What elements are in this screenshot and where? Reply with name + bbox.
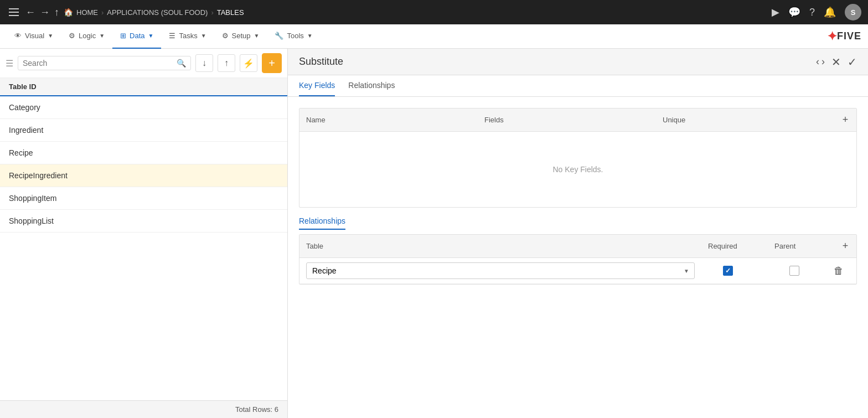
user-avatar[interactable]: S bbox=[845, 4, 861, 20]
content-area: Substitute ‹ › ✕ ✓ Key Fields Relationsh… bbox=[288, 49, 868, 418]
visual-icon: 👁 bbox=[14, 32, 22, 40]
content-header: Substitute ‹ › ✕ ✓ bbox=[288, 49, 868, 75]
key-fields-add-button[interactable]: + bbox=[834, 109, 856, 131]
table-row-shoppinglist[interactable]: ShoppingList bbox=[0, 210, 287, 233]
nav-logic[interactable]: ⚙ Logic ▼ bbox=[61, 24, 112, 49]
total-rows-label: Total Rows: 6 bbox=[235, 405, 278, 414]
nav-data[interactable]: ⊞ Data ▼ bbox=[112, 24, 161, 49]
relationships-table: Table Required Parent + Recipe Category … bbox=[299, 234, 857, 285]
rel-required-checkbox[interactable] bbox=[723, 266, 733, 276]
tasks-icon: ☰ bbox=[169, 32, 175, 40]
logic-icon: ⚙ bbox=[69, 32, 75, 40]
setup-caret: ▼ bbox=[254, 33, 260, 39]
notifications-button[interactable]: 🔔 bbox=[824, 6, 836, 18]
confirm-button[interactable]: ✓ bbox=[848, 55, 857, 69]
breadcrumb-home[interactable]: HOME bbox=[76, 8, 98, 17]
nav-setup[interactable]: ⚙ Setup ▼ bbox=[214, 24, 267, 49]
nav-tools[interactable]: 🔧 Tools ▼ bbox=[267, 24, 320, 49]
rel-parent-header: Parent bbox=[768, 236, 834, 256]
secondary-nav: 👁 Visual ▼ ⚙ Logic ▼ ⊞ Data ▼ ☰ Tasks ▼ … bbox=[0, 24, 868, 49]
tasks-caret: ▼ bbox=[201, 33, 206, 39]
nav-tools-label: Tools bbox=[287, 32, 303, 40]
nav-visual[interactable]: 👁 Visual ▼ bbox=[7, 24, 61, 49]
no-key-fields-message: No Key Fields. bbox=[552, 165, 603, 174]
relationship-row: Recipe Category Ingredient RecipeIngredi… bbox=[299, 258, 856, 284]
key-fields-unique-header: Unique bbox=[656, 110, 834, 130]
search-box: 🔍 bbox=[18, 56, 191, 70]
search-icon: 🔍 bbox=[177, 59, 186, 68]
nav-tasks[interactable]: ☰ Tasks ▼ bbox=[161, 24, 214, 49]
sidebar: ☰ 🔍 ↓ ↑ ⚡ + Table ID Category Ingredient… bbox=[0, 49, 288, 418]
up-button[interactable]: ↑ bbox=[54, 7, 59, 18]
content-header-actions: ‹ › ✕ ✓ bbox=[816, 55, 857, 69]
hamburger-menu[interactable] bbox=[7, 6, 21, 18]
data-caret: ▼ bbox=[148, 33, 154, 39]
nav-setup-label: Setup bbox=[232, 32, 251, 40]
add-table-button[interactable]: + bbox=[262, 53, 282, 73]
tab-relationships[interactable]: Relationships bbox=[348, 75, 395, 96]
relationships-header: Table Required Parent + bbox=[299, 235, 856, 258]
nav-arrows: ‹ › bbox=[816, 56, 825, 68]
nav-tasks-label: Tasks bbox=[179, 32, 197, 40]
rel-table-select-wrap: Recipe Category Ingredient RecipeIngredi… bbox=[306, 262, 695, 279]
table-row-ingredient[interactable]: Ingredient bbox=[0, 119, 287, 142]
table-row-shoppingitem[interactable]: ShoppingItem bbox=[0, 187, 287, 210]
key-fields-header: Name Fields Unique + bbox=[299, 109, 856, 132]
prev-arrow[interactable]: ‹ bbox=[816, 56, 819, 68]
breadcrumb: 🏠 HOME › APPLICATIONS (SOUL FOOD) › TABL… bbox=[64, 8, 244, 17]
rel-required-header: Required bbox=[701, 236, 768, 256]
table-row-category[interactable]: Category bbox=[0, 96, 287, 119]
visual-caret: ▼ bbox=[48, 33, 53, 39]
close-button[interactable]: ✕ bbox=[831, 55, 841, 69]
data-icon: ⊞ bbox=[120, 32, 126, 40]
chat-button[interactable]: 💬 bbox=[788, 6, 800, 18]
nav-data-label: Data bbox=[130, 32, 144, 40]
filter-icon[interactable]: ☰ bbox=[6, 58, 13, 69]
download-button[interactable]: ↓ bbox=[195, 54, 213, 72]
table-list: Category Ingredient Recipe RecipeIngredi… bbox=[0, 96, 287, 400]
topbar-actions: ▶ 💬 ? 🔔 S bbox=[772, 4, 861, 20]
main-layout: ☰ 🔍 ↓ ↑ ⚡ + Table ID Category Ingredient… bbox=[0, 49, 868, 418]
brand-logo: ✦ FIVE bbox=[827, 29, 861, 44]
key-fields-table: Name Fields Unique + No Key Fields. bbox=[299, 108, 857, 208]
table-row-recipeingredient[interactable]: RecipeIngredient bbox=[0, 164, 287, 187]
nav-logic-label: Logic bbox=[79, 32, 96, 40]
relationships-tab-label: Relationships bbox=[299, 216, 345, 230]
table-id-label: Table ID bbox=[9, 82, 37, 91]
table-row-recipe[interactable]: Recipe bbox=[0, 142, 287, 164]
breadcrumb-app[interactable]: APPLICATIONS (SOUL FOOD) bbox=[107, 8, 208, 17]
topbar: ← → ↑ 🏠 HOME › APPLICATIONS (SOUL FOOD) … bbox=[0, 0, 868, 24]
key-fields-section: Name Fields Unique + No Key Fields. bbox=[288, 104, 868, 208]
upload-button[interactable]: ↑ bbox=[218, 54, 235, 72]
content-tabs: Key Fields Relationships bbox=[288, 75, 868, 97]
breadcrumb-tables[interactable]: TABLES bbox=[217, 8, 244, 17]
rel-table-select[interactable]: Recipe Category Ingredient RecipeIngredi… bbox=[306, 262, 695, 279]
rel-table-header: Table bbox=[299, 236, 701, 256]
play-button[interactable]: ▶ bbox=[772, 6, 779, 18]
search-input[interactable] bbox=[23, 59, 173, 68]
rel-parent-checkbox[interactable] bbox=[789, 266, 799, 276]
flash-button[interactable]: ⚡ bbox=[240, 54, 257, 72]
key-fields-empty: No Key Fields. bbox=[299, 132, 856, 207]
next-arrow[interactable]: › bbox=[822, 56, 825, 68]
forward-button[interactable]: → bbox=[40, 7, 50, 18]
key-fields-fields-header: Fields bbox=[478, 110, 656, 130]
sidebar-footer: Total Rows: 6 bbox=[0, 400, 287, 418]
logic-caret: ▼ bbox=[99, 33, 105, 39]
setup-icon: ⚙ bbox=[222, 32, 229, 40]
rel-delete-button[interactable]: 🗑 bbox=[828, 265, 850, 277]
tools-icon: 🔧 bbox=[275, 32, 283, 40]
relationships-section: Relationships Table Required Parent + Re… bbox=[288, 216, 868, 285]
content-title: Substitute bbox=[299, 56, 816, 68]
rel-add-button[interactable]: + bbox=[834, 235, 856, 257]
tools-caret: ▼ bbox=[307, 33, 313, 39]
key-fields-name-header: Name bbox=[299, 110, 478, 130]
sidebar-toolbar: ☰ 🔍 ↓ ↑ ⚡ + bbox=[0, 49, 287, 78]
nav-visual-label: Visual bbox=[25, 32, 44, 40]
help-button[interactable]: ? bbox=[809, 7, 815, 18]
sidebar-column-header: Table ID bbox=[0, 78, 287, 96]
tab-key-fields[interactable]: Key Fields bbox=[299, 75, 335, 96]
back-button[interactable]: ← bbox=[25, 7, 35, 18]
